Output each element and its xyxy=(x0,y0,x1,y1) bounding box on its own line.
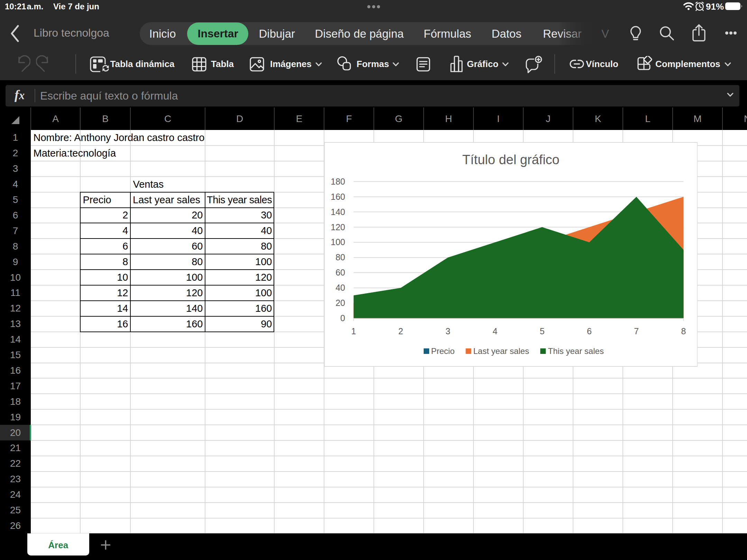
svg-text:60: 60 xyxy=(335,268,345,277)
svg-text:Last year sales: Last year sales xyxy=(473,346,529,356)
svg-text:6: 6 xyxy=(587,326,591,336)
svg-text:120: 120 xyxy=(331,222,345,232)
svg-text:160: 160 xyxy=(331,192,345,201)
svg-text:8: 8 xyxy=(681,326,686,336)
svg-text:1: 1 xyxy=(351,326,356,336)
svg-text:2: 2 xyxy=(398,326,403,336)
svg-text:7: 7 xyxy=(634,326,639,336)
svg-text:40: 40 xyxy=(335,283,345,292)
svg-text:140: 140 xyxy=(331,207,345,216)
svg-text:3: 3 xyxy=(445,326,450,336)
svg-text:80: 80 xyxy=(335,252,345,262)
svg-text:180: 180 xyxy=(331,176,345,186)
svg-text:100: 100 xyxy=(331,237,345,247)
svg-text:Precio: Precio xyxy=(431,346,454,356)
svg-text:4: 4 xyxy=(492,326,497,336)
svg-text:0: 0 xyxy=(340,313,345,323)
svg-text:This year sales: This year sales xyxy=(548,346,603,356)
svg-text:5: 5 xyxy=(540,326,544,336)
svg-text:20: 20 xyxy=(335,298,345,308)
svg-text:Título del gráfico: Título del gráfico xyxy=(462,152,559,167)
